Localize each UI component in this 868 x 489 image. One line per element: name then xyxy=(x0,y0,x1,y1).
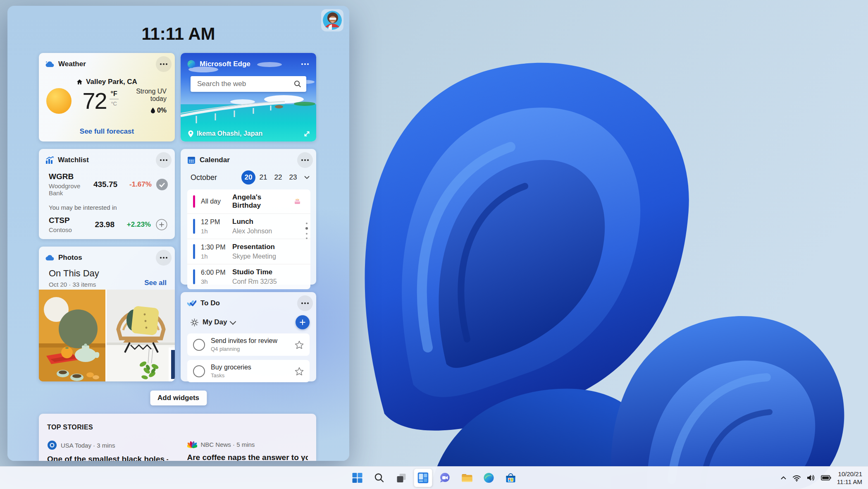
calendar-event[interactable]: 6:00 PM 3h Studio Time Conf Rm 32/35 xyxy=(187,264,310,289)
photo-thumbnail-still-life[interactable] xyxy=(39,290,105,381)
home-icon xyxy=(76,79,83,85)
stocks-chart-icon xyxy=(45,156,54,164)
todo-menu-button[interactable] xyxy=(297,295,313,311)
taskbar-clock[interactable]: 10/20/21 11:11 AM xyxy=(837,470,862,486)
article-headline[interactable]: One of the smallest black holes — and xyxy=(47,455,168,461)
weather-condition: Strong UV today xyxy=(119,88,167,103)
user-avatar[interactable] xyxy=(321,9,343,31)
stock-company: Woodgrove Bank xyxy=(49,182,93,197)
see-all-link[interactable]: See all xyxy=(144,279,167,288)
search-input[interactable] xyxy=(196,79,294,89)
stock-price: 435.75 xyxy=(93,180,117,189)
edge-browser-button[interactable] xyxy=(480,469,498,487)
event-time: 6:00 PM xyxy=(201,269,232,276)
calendar-date[interactable]: 22 xyxy=(271,170,285,185)
news-article[interactable]: USA Today · 3 mins One of the smallest b… xyxy=(47,440,168,461)
photos-widget[interactable]: Photos On This Day Oct 20 · 33 items See… xyxy=(39,247,175,381)
add-task-button[interactable] xyxy=(296,315,310,329)
fahrenheit-label[interactable]: °F xyxy=(111,90,117,98)
task-checkbox[interactable] xyxy=(193,365,205,377)
task-view-button[interactable] xyxy=(392,469,410,487)
event-subtitle: Alex Johnson xyxy=(232,228,272,235)
birthday-cake-icon xyxy=(294,199,300,204)
weather-widget[interactable]: Weather Valley Park, CA 72 °F xyxy=(39,53,175,141)
microsoft-store-button[interactable] xyxy=(502,469,520,487)
todo-title: To Do xyxy=(200,299,220,307)
usa-today-logo-icon xyxy=(47,440,57,450)
file-explorer-button[interactable] xyxy=(458,469,476,487)
article-meta: USA Today · 3 mins xyxy=(61,442,115,449)
watchlist-added-button[interactable] xyxy=(156,178,168,191)
search-icon[interactable] xyxy=(294,80,301,88)
star-icon[interactable] xyxy=(295,340,304,349)
calendar-date[interactable]: 23 xyxy=(286,170,300,185)
task-row[interactable]: Buy groceries Tasks xyxy=(187,360,310,382)
sunny-icon xyxy=(46,88,72,114)
calendar-widget[interactable]: Calendar October 20 21 22 23 xyxy=(181,149,316,285)
volume-icon[interactable] xyxy=(807,474,815,482)
calendar-menu-button[interactable] xyxy=(297,152,313,168)
task-row[interactable]: Send invites for review Q4 planning xyxy=(187,333,310,356)
widgets-button[interactable] xyxy=(414,469,432,487)
event-subtitle: Skype Meeting xyxy=(232,253,276,260)
event-time: All day xyxy=(201,198,232,205)
plus-icon xyxy=(299,319,306,326)
calendar-month-label: October xyxy=(191,173,217,182)
watchlist-widget[interactable]: Watchlist WGRB Woodgrove Bank 435.75 -1.… xyxy=(39,149,175,239)
nbc-news-logo-icon xyxy=(187,440,197,448)
calendar-date-selected[interactable]: 20 xyxy=(241,170,255,185)
event-color-bar xyxy=(193,269,195,284)
calendar-date[interactable]: 21 xyxy=(256,170,270,185)
scroll-indicator[interactable] xyxy=(305,222,308,242)
calendar-event[interactable]: All day Angela's Birthday xyxy=(187,189,310,213)
edge-search-box[interactable] xyxy=(191,76,306,92)
unit-toggle[interactable]: °F °C xyxy=(110,90,119,113)
chevron-down-icon[interactable] xyxy=(304,176,310,179)
stock-change: -1.67% xyxy=(117,180,152,189)
weather-menu-button[interactable] xyxy=(156,56,172,72)
star-icon[interactable] xyxy=(295,367,304,376)
widgets-panel: 11:11 AM Weather xyxy=(7,6,349,461)
battery-icon[interactable] xyxy=(821,475,831,481)
article-meta: NBC News · 5 mins xyxy=(201,441,255,448)
add-widgets-button[interactable]: Add widgets xyxy=(150,391,207,405)
photos-menu-button[interactable] xyxy=(156,250,172,266)
news-article[interactable]: NBC News · 5 mins Are coffee naps the an… xyxy=(187,440,308,461)
stock-symbol: WGRB xyxy=(49,172,93,181)
top-stories-header: TOP STORIES xyxy=(39,414,316,431)
plus-circle-icon xyxy=(156,219,167,230)
stock-row[interactable]: CTSP Contoso 23.98 +2.23% xyxy=(39,211,175,233)
my-day-label[interactable]: My Day xyxy=(203,318,227,326)
chevron-down-icon[interactable] xyxy=(229,318,236,325)
celsius-label[interactable]: °C xyxy=(111,101,117,107)
onedrive-cloud-icon xyxy=(45,255,54,261)
event-title: Lunch xyxy=(232,218,253,226)
start-button[interactable] xyxy=(348,469,367,487)
on-this-day-heading: On This Day xyxy=(49,268,99,279)
task-checkbox[interactable] xyxy=(193,339,205,351)
calendar-event[interactable]: 1:30 PM 1h Presentation Skype Meeting xyxy=(187,239,310,264)
photo-thumbnail-chair[interactable] xyxy=(107,290,175,381)
todo-widget[interactable]: To Do My Day xyxy=(181,292,316,381)
tray-chevron-up-icon[interactable] xyxy=(780,476,787,480)
edge-menu-button[interactable] xyxy=(297,56,313,72)
watchlist-add-button[interactable] xyxy=(155,219,168,230)
edge-widget[interactable]: Microsoft Edge Ikema Ohashi, Japa xyxy=(181,53,316,141)
photo-collage xyxy=(39,290,175,381)
expand-icon[interactable] xyxy=(303,130,310,137)
calendar-title: Calendar xyxy=(200,156,230,164)
see-full-forecast-link[interactable]: See full forecast xyxy=(39,127,175,136)
stock-row[interactable]: WGRB Woodgrove Bank 435.75 -1.67% xyxy=(39,167,175,197)
search-button[interactable] xyxy=(370,469,389,487)
chat-button[interactable] xyxy=(436,469,454,487)
windows-logo-icon xyxy=(352,472,363,483)
article-headline[interactable]: Are coffee naps the answer to your xyxy=(187,453,308,461)
temperature-value: 72 xyxy=(82,89,106,113)
todo-logo-icon xyxy=(187,300,196,307)
event-color-bar xyxy=(193,219,195,234)
calendar-event[interactable]: 12 PM 1h Lunch Alex Johnson xyxy=(187,213,310,239)
wifi-icon[interactable] xyxy=(792,475,801,482)
calendar-event-list: All day Angela's Birthday xyxy=(187,189,310,289)
microsoft-store-icon xyxy=(506,472,516,483)
watchlist-menu-button[interactable] xyxy=(156,152,172,168)
